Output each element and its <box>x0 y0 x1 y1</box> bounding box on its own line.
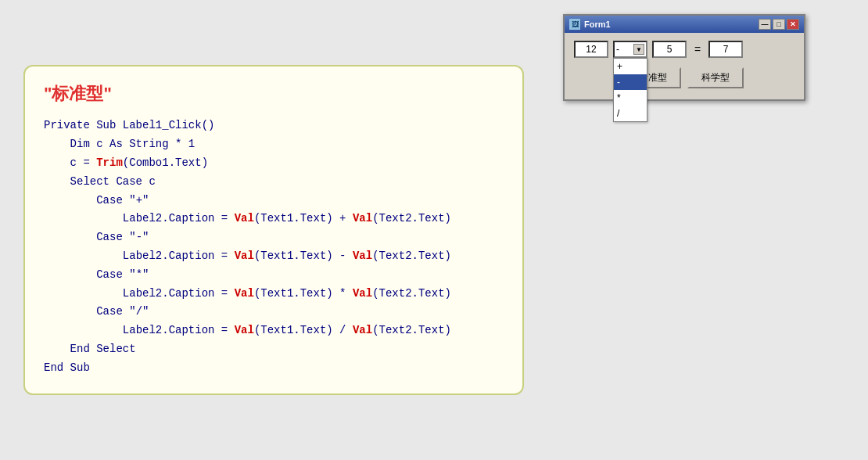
code-panel: "标准型" Private Sub Label1_Click() Dim c A… <box>23 65 524 394</box>
code-line-6: Label2.Caption = Val(Text1.Text) + Val(T… <box>44 210 504 228</box>
dropdown-item-multiply[interactable]: * <box>614 90 647 106</box>
code-line-2: Dim c As String * 1 <box>44 135 504 154</box>
code-line-4: Select Case c <box>44 173 504 192</box>
result-textbox[interactable]: 7 <box>708 41 743 58</box>
code-line-5: Case "+" <box>44 192 504 210</box>
dropdown-item-plus[interactable]: + <box>614 59 647 74</box>
dropdown-item-divide[interactable]: / <box>614 106 647 121</box>
close-button[interactable]: ✕ <box>787 19 799 30</box>
code-line-13: End Select <box>44 340 504 359</box>
combo-dropdown-arrow[interactable]: ▼ <box>633 44 644 55</box>
combo-box[interactable]: - ▼ + - * / <box>613 41 647 58</box>
code-line-9: Case "*" <box>44 266 504 285</box>
code-block: Private Sub Label1_Click() Dim c As Stri… <box>44 117 504 377</box>
scientific-button[interactable]: 科学型 <box>687 67 744 88</box>
combo-selected[interactable]: - ▼ <box>613 41 647 58</box>
textbox2[interactable]: 5 <box>652 41 687 58</box>
dropdown-list: + - * / <box>613 58 647 122</box>
code-line-10: Label2.Caption = Val(Text1.Text) * Val(T… <box>44 285 504 304</box>
combo-value: - <box>616 44 619 55</box>
form-app-icon: 🖼 <box>569 19 580 30</box>
form-title-left: 🖼 Form1 <box>569 19 611 30</box>
form-title-text: Form1 <box>584 20 611 29</box>
form-row-inputs: 12 - ▼ + - * / 5 <box>574 41 794 58</box>
form-window-controls: — □ ✕ <box>759 19 799 30</box>
code-line-3: c = Trim(Combo1.Text) <box>44 154 504 173</box>
dropdown-item-minus[interactable]: - <box>614 74 647 90</box>
code-line-14: End Sub <box>44 359 504 378</box>
code-line-11: Case "/" <box>44 303 504 322</box>
section-title: "标准型" <box>44 82 504 106</box>
form-body: 12 - ▼ + - * / 5 <box>565 33 804 99</box>
code-line-8: Label2.Caption = Val(Text1.Text) - Val(T… <box>44 247 504 266</box>
restore-button[interactable]: □ <box>773 19 785 30</box>
form-row-buttons: 标准型 科学型 <box>574 67 794 88</box>
minimize-button[interactable]: — <box>759 19 771 30</box>
code-line-1: Private Sub Label1_Click() <box>44 117 504 135</box>
textbox1[interactable]: 12 <box>574 41 608 58</box>
code-line-7: Case "-" <box>44 228 504 247</box>
main-container: "标准型" Private Sub Label1_Click() Dim c A… <box>0 0 868 460</box>
code-line-12: Label2.Caption = Val(Text1.Text) / Val(T… <box>44 322 504 340</box>
form-titlebar: 🖼 Form1 — □ ✕ <box>565 16 804 33</box>
form-window: 🖼 Form1 — □ ✕ 12 - ▼ <box>563 14 805 101</box>
equals-sign: = <box>691 43 704 56</box>
